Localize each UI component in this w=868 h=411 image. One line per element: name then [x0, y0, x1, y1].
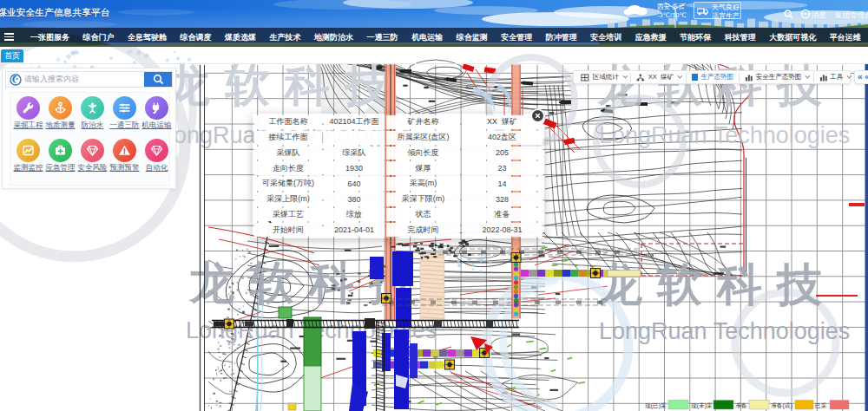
svg-text:龙软科技: 龙软科技	[595, 259, 837, 310]
svg-text:现(未)采: 现(未)采	[691, 402, 713, 409]
svg-text:龙软科技: 龙软科技	[595, 60, 837, 110]
svg-text:m.l.a: m.l.a	[642, 252, 654, 258]
svg-text:龙软科技: 龙软科技	[163, 60, 404, 110]
svg-text:现(已)采: 现(已)采	[645, 402, 667, 409]
svg-text:LongRuan Technologies: LongRuan Technologies	[599, 122, 850, 148]
svg-text:准备: 准备	[735, 402, 747, 409]
svg-text:已采: 已采	[815, 402, 827, 408]
svg-text:LongRuan Technologies: LongRuan Technologies	[599, 318, 850, 344]
svg-text:准备(成): 准备(成)	[771, 402, 792, 409]
